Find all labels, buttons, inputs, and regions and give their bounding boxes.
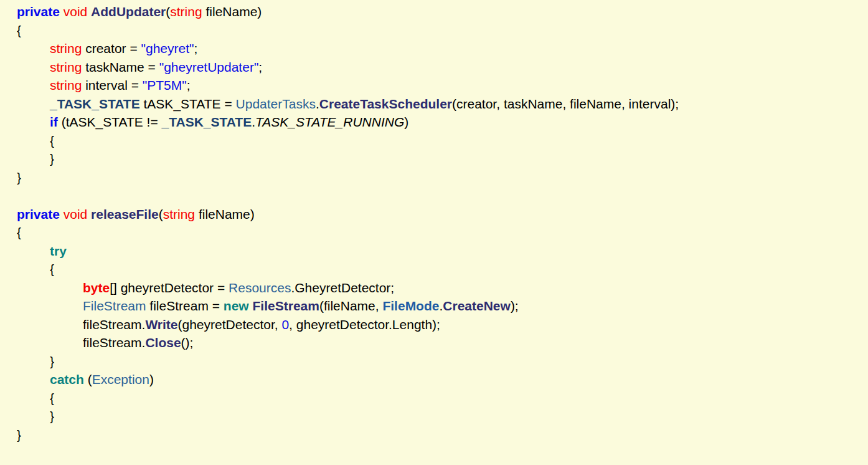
code-token: "PT5M" bbox=[143, 78, 187, 92]
code-token: FileStream bbox=[253, 299, 319, 313]
code-token: tASK_STATE = bbox=[140, 97, 236, 111]
code-token: } bbox=[17, 428, 21, 442]
code-token: ( bbox=[84, 372, 92, 386]
code-token: } bbox=[50, 354, 54, 368]
code-token: interval = bbox=[82, 78, 142, 92]
code-token: (tASK_STATE != bbox=[58, 115, 162, 129]
code-token: Resources bbox=[229, 280, 291, 295]
code-token: CreateTaskScheduler bbox=[319, 97, 452, 111]
code-line: if (tASK_STATE != _TASK_STATE.TASK_STATE… bbox=[0, 113, 868, 132]
code-token: UpdaterTasks bbox=[236, 97, 316, 111]
code-token: catch bbox=[50, 372, 84, 386]
code-line bbox=[0, 186, 868, 205]
code-token: private bbox=[17, 207, 60, 221]
code-line: } bbox=[0, 168, 868, 187]
code-token: (fileName, bbox=[319, 299, 383, 313]
code-token: _TASK_STATE bbox=[50, 97, 140, 111]
code-line: string interval = "PT5M"; bbox=[0, 76, 868, 95]
code-token: ); bbox=[511, 299, 519, 313]
code-token: "gheyretUpdater" bbox=[159, 60, 259, 74]
code-token: "gheyret" bbox=[141, 41, 194, 55]
code-token: creator = bbox=[82, 41, 141, 55]
code-line: } bbox=[0, 352, 868, 371]
code-token: fileStream. bbox=[83, 335, 145, 350]
code-token: FileMode bbox=[382, 299, 439, 313]
code-line: fileStream.Write(gheyretDetector, 0, ghe… bbox=[0, 315, 868, 334]
code-token: string bbox=[50, 60, 82, 74]
code-token: try bbox=[50, 244, 67, 258]
code-token: releaseFile bbox=[91, 207, 159, 221]
code-token: fileStream. bbox=[83, 317, 145, 332]
code-token: Exception bbox=[92, 372, 149, 386]
code-token: { bbox=[17, 225, 21, 239]
code-line: { bbox=[0, 223, 868, 242]
code-token: , gheyretDetector.Length); bbox=[289, 317, 440, 332]
code-token: string bbox=[163, 207, 195, 221]
code-token: ) bbox=[149, 372, 154, 386]
code-token: .GheyretDetector; bbox=[291, 280, 394, 295]
code-line: { bbox=[0, 260, 868, 279]
code-token: } bbox=[50, 409, 54, 423]
code-token: _TASK_STATE bbox=[162, 115, 252, 129]
code-token: ; bbox=[194, 41, 197, 55]
code-line: catch (Exception) bbox=[0, 370, 868, 389]
code-token: fileName) bbox=[202, 4, 262, 19]
code-token: string bbox=[50, 41, 82, 55]
code-line: try bbox=[0, 242, 868, 261]
code-token: string bbox=[170, 4, 202, 19]
code-token: [] gheyretDetector = bbox=[110, 280, 229, 295]
code-token: (creator, taskName, fileName, interval); bbox=[452, 97, 679, 111]
code-view: private void AddUpdater(string fileName)… bbox=[0, 0, 868, 465]
code-token: taskName = bbox=[82, 60, 159, 74]
code-token: ; bbox=[258, 60, 262, 74]
code-line: byte[] gheyretDetector = Resources.Gheyr… bbox=[0, 279, 868, 297]
code-token: void bbox=[64, 207, 88, 221]
code-line: { bbox=[0, 132, 868, 150]
code-token: FileStream bbox=[83, 299, 146, 313]
code-line: string creator = "gheyret"; bbox=[0, 39, 868, 58]
code-token: CreateNew bbox=[443, 299, 511, 313]
code-token: { bbox=[17, 23, 21, 37]
code-token: private bbox=[17, 4, 60, 19]
code-token: Write bbox=[145, 317, 177, 332]
code-line: string taskName = "gheyretUpdater"; bbox=[0, 58, 868, 77]
code-token: AddUpdater bbox=[91, 4, 166, 19]
code-token: fileStream = bbox=[146, 299, 224, 313]
code-token: { bbox=[50, 262, 54, 276]
code-line: { bbox=[0, 21, 868, 40]
code-token: { bbox=[50, 391, 54, 405]
code-token: Close bbox=[145, 335, 181, 350]
code-token: 0 bbox=[281, 317, 289, 332]
code-token: ) bbox=[404, 115, 408, 129]
code-token: if bbox=[50, 115, 58, 129]
code-line: { bbox=[0, 389, 868, 408]
code-token: string bbox=[50, 78, 82, 92]
code-line: } bbox=[0, 426, 868, 444]
code-line: } bbox=[0, 150, 868, 168]
code-line: private void releaseFile(string fileName… bbox=[0, 205, 868, 224]
code-line: _TASK_STATE tASK_STATE = UpdaterTasks.Cr… bbox=[0, 95, 868, 113]
code-line: private void AddUpdater(string fileName) bbox=[0, 2, 868, 21]
code-token: } bbox=[50, 151, 54, 166]
code-line: FileStream fileStream = new FileStream(f… bbox=[0, 297, 868, 315]
code-token: new bbox=[224, 299, 249, 313]
code-token: ; bbox=[187, 78, 191, 92]
code-token: { bbox=[50, 133, 54, 148]
code-token: byte bbox=[83, 280, 110, 295]
code-line: } bbox=[0, 407, 868, 426]
code-token: (); bbox=[181, 335, 194, 350]
code-token: void bbox=[64, 4, 88, 19]
code-token: TASK_STATE_RUNNING bbox=[255, 115, 404, 129]
code-line: fileStream.Close(); bbox=[0, 333, 868, 352]
code-token: } bbox=[17, 170, 21, 185]
code-token: fileName) bbox=[195, 207, 255, 221]
code-token: ( bbox=[159, 207, 163, 221]
code-token: (gheyretDetector, bbox=[178, 317, 282, 332]
